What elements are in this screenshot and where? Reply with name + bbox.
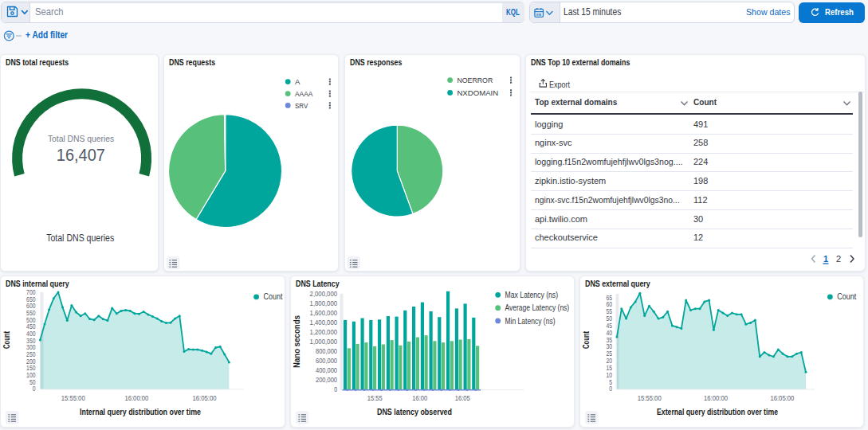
svg-text:350: 350 <box>26 337 36 345</box>
svg-text:45: 45 <box>606 322 612 330</box>
svg-text:550: 550 <box>26 309 36 317</box>
svg-text:NXDOMAIN: NXDOMAIN <box>457 88 498 97</box>
svg-text:650: 650 <box>26 295 36 303</box>
svg-text:700: 700 <box>26 288 36 296</box>
svg-text:Max Latency (ns): Max Latency (ns) <box>505 291 559 299</box>
svg-text:Count: Count <box>2 331 11 349</box>
svg-text:1: 1 <box>823 254 828 264</box>
svg-text:50: 50 <box>29 378 36 386</box>
svg-text:Average Latency (ns): Average Latency (ns) <box>505 303 570 312</box>
svg-text:10: 10 <box>606 371 612 379</box>
svg-text:16:00:00: 16:00:00 <box>124 394 148 402</box>
svg-text:50: 50 <box>606 315 612 322</box>
svg-text:35: 35 <box>606 336 612 344</box>
svg-text:Internal query distribution ov: Internal query distribution over time <box>80 407 201 416</box>
svg-text:Count: Count <box>263 292 282 301</box>
svg-text:65: 65 <box>606 294 612 302</box>
svg-text:15:55:00: 15:55:00 <box>638 394 662 402</box>
svg-text:16,407: 16,407 <box>57 145 105 165</box>
svg-text:15:55: 15:55 <box>367 394 383 402</box>
svg-text:Count: Count <box>581 331 591 349</box>
svg-text:500: 500 <box>26 316 36 324</box>
svg-text:800,000: 800,000 <box>316 347 337 355</box>
svg-text:200,000: 200,000 <box>316 376 337 384</box>
svg-text:60: 60 <box>606 300 612 308</box>
svg-text:2,000,000: 2,000,000 <box>310 290 338 298</box>
svg-text:30: 30 <box>606 342 612 350</box>
svg-text:200: 200 <box>26 358 36 366</box>
svg-text:400: 400 <box>26 330 36 338</box>
svg-text:16:05:00: 16:05:00 <box>193 394 217 402</box>
svg-text:600: 600 <box>26 302 36 310</box>
svg-text:0: 0 <box>33 385 36 393</box>
svg-text:NOERROR: NOERROR <box>457 76 493 84</box>
svg-text:1,200,000: 1,200,000 <box>310 328 338 336</box>
svg-text:1,000,000: 1,000,000 <box>310 338 338 346</box>
svg-text:40: 40 <box>606 329 612 337</box>
svg-text:55: 55 <box>606 307 612 315</box>
svg-text:150: 150 <box>26 364 36 372</box>
svg-text:16:05:00: 16:05:00 <box>770 394 794 402</box>
svg-text:100: 100 <box>26 371 36 379</box>
svg-text:2: 2 <box>836 254 841 264</box>
svg-text:600,000: 600,000 <box>316 357 337 365</box>
svg-text:16:05: 16:05 <box>455 394 470 402</box>
svg-text:20: 20 <box>606 357 612 365</box>
svg-text:0: 0 <box>609 385 612 393</box>
svg-text:15:55:00: 15:55:00 <box>61 394 85 402</box>
svg-text:25: 25 <box>606 350 612 358</box>
svg-text:SRV: SRV <box>295 101 308 110</box>
svg-text:15: 15 <box>606 364 612 372</box>
svg-text:5: 5 <box>609 378 612 386</box>
svg-text:1,600,000: 1,600,000 <box>310 309 338 317</box>
svg-text:400,000: 400,000 <box>316 366 337 374</box>
svg-text:Min Latency (ns): Min Latency (ns) <box>505 317 556 326</box>
svg-text:External query distribution ov: External query distribution over time <box>657 407 778 416</box>
svg-text:Total DNS queries: Total DNS queries <box>46 232 114 244</box>
svg-text:A: A <box>295 77 300 86</box>
svg-text:Nano seconds: Nano seconds <box>292 315 301 368</box>
svg-text:0: 0 <box>334 385 337 393</box>
svg-text:Total DNS queries: Total DNS queries <box>48 134 115 143</box>
svg-text:16:00:00: 16:00:00 <box>704 394 728 402</box>
svg-text:250: 250 <box>26 350 36 358</box>
svg-text:300: 300 <box>26 343 36 351</box>
svg-text:AAAA: AAAA <box>295 89 313 98</box>
svg-text:1,400,000: 1,400,000 <box>310 319 338 326</box>
svg-text:DNS latency observed: DNS latency observed <box>377 407 452 416</box>
svg-text:450: 450 <box>26 322 36 330</box>
svg-text:16:00: 16:00 <box>412 394 427 402</box>
svg-text:Count: Count <box>837 292 856 301</box>
svg-text:1,800,000: 1,800,000 <box>310 299 338 307</box>
